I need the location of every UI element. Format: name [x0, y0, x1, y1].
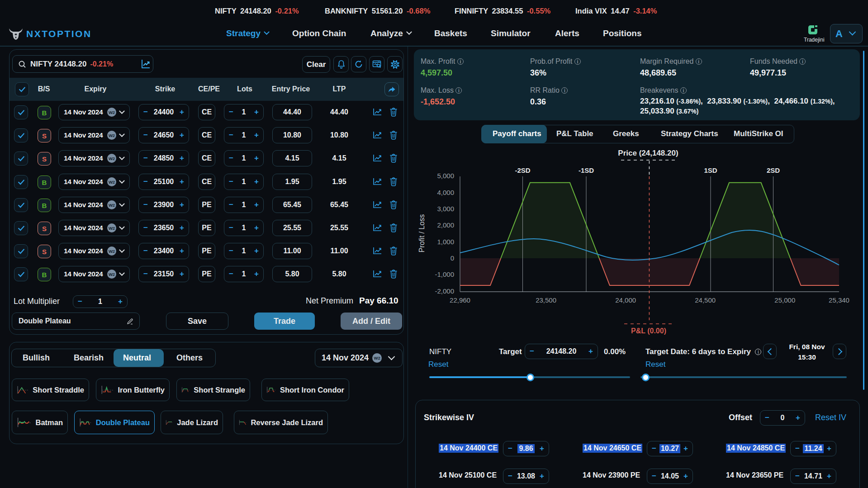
svg-text:24,000: 24,000 [615, 296, 636, 304]
svg-text:-2SD: -2SD [515, 166, 530, 174]
svg-text:4,000: 4,000 [437, 189, 454, 196]
svg-text:1SD: 1SD [704, 166, 717, 174]
svg-text:23,500: 23,500 [536, 296, 556, 304]
svg-text:P&L (0.00): P&L (0.00) [631, 327, 666, 335]
svg-text:Profit / Loss: Profit / Loss [418, 214, 426, 252]
svg-text:-1SD: -1SD [579, 166, 594, 174]
svg-text:5,000: 5,000 [437, 172, 454, 180]
svg-text:22,960: 22,960 [450, 296, 470, 304]
svg-text:25,000: 25,000 [774, 296, 795, 304]
svg-text:0: 0 [451, 254, 454, 262]
svg-text:24,500: 24,500 [695, 296, 716, 304]
svg-text:3,000: 3,000 [437, 205, 454, 213]
svg-text:2SD: 2SD [767, 166, 780, 174]
svg-text:25,340: 25,340 [829, 296, 849, 304]
svg-text:Price (24,148.20): Price (24,148.20) [618, 149, 678, 157]
svg-text:1,000: 1,000 [437, 238, 454, 246]
svg-text:2,000: 2,000 [437, 221, 454, 229]
svg-text:-2,000: -2,000 [435, 287, 454, 295]
svg-text:-1,000: -1,000 [435, 270, 454, 278]
